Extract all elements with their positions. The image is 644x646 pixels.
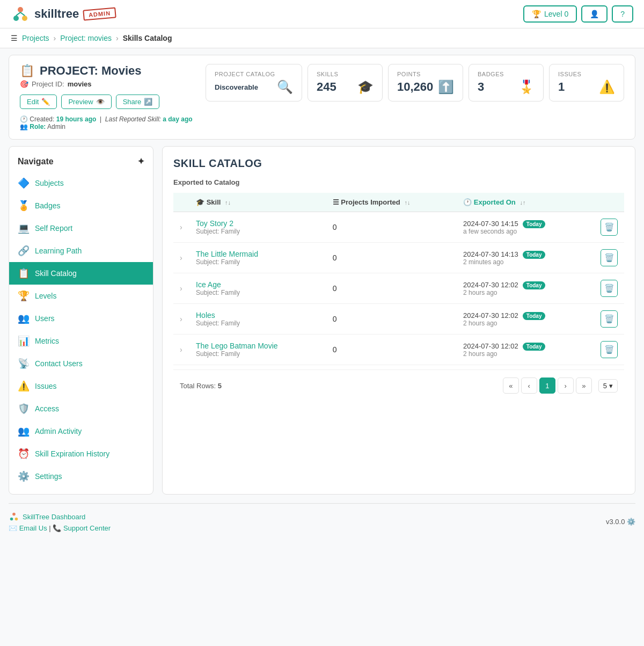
- sidebar-item-settings[interactable]: ⚙️ Settings: [9, 465, 153, 488]
- footer-logo-icon: [9, 511, 19, 522]
- preview-button[interactable]: Preview 👁️: [61, 95, 111, 109]
- sidebar-item-users[interactable]: 👥 Users: [9, 307, 153, 330]
- col-exported-on-header[interactable]: 🕐 Exported On ↓↑: [457, 193, 594, 212]
- row-expand-icon[interactable]: ›: [180, 315, 182, 323]
- sidebar-item-skill-expiration-label: Skill Expiration History: [35, 449, 109, 458]
- access-icon: 🛡️: [18, 403, 30, 415]
- admin-activity-icon: 👥: [18, 425, 30, 437]
- reported-value: a day ago: [163, 115, 192, 123]
- per-page-select[interactable]: 5 ▾: [598, 379, 618, 393]
- sidebar-nav-icon[interactable]: ✦: [137, 156, 144, 166]
- delete-row-button[interactable]: 🗑️: [601, 310, 618, 328]
- sidebar-item-learning-path[interactable]: 🔗 Learning Path: [9, 239, 153, 262]
- sidebar-item-issues-label: Issues: [35, 382, 56, 390]
- issues-stat-label: ISSUES: [558, 71, 615, 77]
- sidebar-item-skill-catalog[interactable]: 📋 Skill Catalog: [9, 262, 153, 285]
- row-expand-icon[interactable]: ›: [180, 223, 182, 231]
- project-id-label: Project ID:: [32, 80, 64, 88]
- action-buttons: Edit ✏️ Preview 👁️ Share ↗️: [20, 95, 195, 109]
- sidebar-item-settings-label: Settings: [35, 472, 62, 481]
- col-skill-header[interactable]: 🎓 Skill ↑↓: [189, 193, 326, 212]
- breadcrumb-project-link[interactable]: Project: movies: [60, 34, 112, 42]
- points-stat-label: POINTS: [397, 71, 454, 77]
- subjects-icon: 🔷: [18, 177, 30, 189]
- footer-support-link[interactable]: Support Center: [63, 524, 111, 532]
- level-button[interactable]: 🏆 Level 0: [523, 5, 577, 23]
- sidebar-item-badges[interactable]: 🏅 Badges: [9, 194, 153, 217]
- sidebar-item-metrics-label: Metrics: [35, 337, 59, 345]
- skill-expiration-icon: ⏰: [18, 448, 30, 460]
- badges-stat-card: BADGES 3 🎖️: [469, 64, 544, 101]
- sidebar-item-admin-activity[interactable]: 👥 Admin Activity: [9, 420, 153, 442]
- projects-imported-cell: 0: [326, 335, 457, 365]
- logo-text: skilltree: [34, 7, 79, 21]
- share-button[interactable]: Share ↗️: [116, 95, 160, 109]
- delete-row-button[interactable]: 🗑️: [601, 219, 618, 236]
- role-label: Role:: [30, 123, 46, 130]
- sidebar-item-learning-path-label: Learning Path: [35, 246, 82, 255]
- breadcrumb-projects-link[interactable]: Projects: [22, 34, 49, 42]
- table-row: › Toy Story 2 Subject: Family 0 2024-07-…: [173, 212, 624, 243]
- catalog-stat-label: PROJECT CATALOG: [215, 71, 293, 77]
- sidebar-item-metrics[interactable]: 📊 Metrics: [9, 330, 153, 352]
- breadcrumb-sep-1: ›: [54, 34, 56, 42]
- project-meta: 🕐 Created: 19 hours ago | Last Reported …: [20, 115, 195, 130]
- skill-name[interactable]: Toy Story 2: [196, 219, 320, 228]
- pagination-bar: Total Rows: 5 « ‹ 1 › » 5 ▾: [173, 369, 624, 396]
- skill-name[interactable]: The Little Mermaid: [196, 250, 320, 258]
- catalog-stat-value-row: Discoverable 🔍: [215, 79, 293, 95]
- badges-stat-value-row: 3 🎖️: [478, 79, 535, 95]
- catalog-table: 🎓 Skill ↑↓ ☰ Projects Imported ↑↓ 🕐 Expo…: [173, 193, 624, 365]
- delete-row-button[interactable]: 🗑️: [601, 341, 618, 358]
- table-row: › Holes Subject: Family 0 2024-07-30 12:…: [173, 304, 624, 335]
- page-first-btn[interactable]: «: [503, 378, 519, 394]
- sidebar-item-levels[interactable]: 🏆 Levels: [9, 285, 153, 307]
- project-title: PROJECT: Movies: [40, 64, 142, 78]
- col-actions: [594, 193, 624, 212]
- skill-name[interactable]: Holes: [196, 311, 320, 320]
- projects-imported-cell: 0: [326, 273, 457, 304]
- issues-icon: ⚠️: [18, 380, 30, 392]
- projects-imported-cell: 0: [326, 304, 457, 335]
- main-layout: Navigate ✦ 🔷 Subjects 🏅 Badges 💻 Self Re…: [9, 146, 635, 495]
- page-next-btn[interactable]: ›: [558, 378, 574, 394]
- page-last-btn[interactable]: »: [576, 378, 592, 394]
- page-1-btn[interactable]: 1: [539, 378, 555, 394]
- svg-point-1: [13, 16, 19, 21]
- sidebar-item-subjects[interactable]: 🔷 Subjects: [9, 172, 153, 194]
- sidebar-item-issues[interactable]: ⚠️ Issues: [9, 375, 153, 397]
- content-title: SKILL CATALOG: [173, 157, 624, 170]
- svg-point-5: [12, 513, 16, 516]
- breadcrumb-current: Skills Catalog: [123, 34, 172, 42]
- svg-line-3: [16, 12, 20, 16]
- delete-row-button[interactable]: 🗑️: [601, 280, 618, 297]
- sidebar-item-access[interactable]: 🛡️ Access: [9, 397, 153, 420]
- row-expand-icon[interactable]: ›: [180, 253, 182, 262]
- footer-dashboard-link[interactable]: SkillTree Dashboard: [23, 513, 85, 521]
- help-button[interactable]: ?: [612, 5, 633, 23]
- sidebar-item-skill-expiration[interactable]: ⏰ Skill Expiration History: [9, 442, 153, 465]
- skills-stat-value: 245: [317, 80, 336, 94]
- points-stat-card: POINTS 10,260 ⬆️: [388, 64, 463, 101]
- skill-name[interactable]: Ice Age: [196, 280, 320, 289]
- header-buttons: 🏆 Level 0 👤 ?: [523, 5, 633, 23]
- issues-stat-value-row: 1 ⚠️: [558, 79, 615, 95]
- issues-stat-card: ISSUES 1 ⚠️: [549, 64, 624, 101]
- col-projects-imported-header[interactable]: ☰ Projects Imported ↑↓: [326, 193, 457, 212]
- skill-name[interactable]: The Lego Batman Movie: [196, 342, 320, 350]
- skill-subject: Subject: Family: [196, 289, 320, 296]
- sidebar-item-contact-users[interactable]: 📡 Contact Users: [9, 352, 153, 375]
- row-expand-icon[interactable]: ›: [180, 284, 182, 293]
- footer-email-link[interactable]: Email Us: [19, 524, 47, 532]
- page-prev-btn[interactable]: ‹: [521, 378, 537, 394]
- footer-left: SkillTree Dashboard ✉️ Email Us | 📞 Supp…: [9, 511, 111, 532]
- delete-row-button[interactable]: 🗑️: [601, 249, 618, 266]
- col-expand: [173, 193, 189, 212]
- row-expand-icon[interactable]: ›: [180, 345, 182, 354]
- sidebar-item-self-report[interactable]: 💻 Self Report: [9, 217, 153, 239]
- edit-button[interactable]: Edit ✏️: [20, 95, 57, 109]
- profile-button[interactable]: 👤: [581, 5, 608, 23]
- exported-on-cell: 2024-07-30 14:15Today a few seconds ago: [457, 212, 594, 243]
- projects-imported-cell: 0: [326, 243, 457, 273]
- footer-sep: |: [49, 524, 53, 532]
